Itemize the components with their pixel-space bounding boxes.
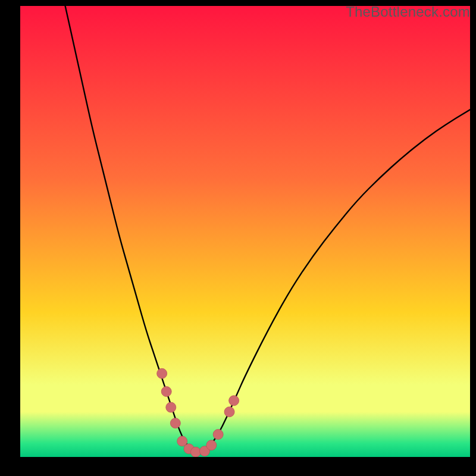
watermark-label: TheBottleneck.com xyxy=(346,4,470,20)
curve-marker xyxy=(206,440,217,450)
curve-marker xyxy=(166,402,176,412)
curve-marker xyxy=(157,368,167,378)
curve-marker xyxy=(229,396,239,406)
curve-marker xyxy=(190,447,201,457)
plot-area xyxy=(20,6,470,457)
bottleneck-chart xyxy=(20,6,470,457)
curve-marker xyxy=(170,418,180,428)
svg-rect-0 xyxy=(20,6,470,457)
curve-marker xyxy=(161,387,171,397)
curve-marker xyxy=(224,407,234,417)
curve-marker xyxy=(213,430,223,440)
outer-frame: TheBottleneck.com xyxy=(0,0,476,476)
